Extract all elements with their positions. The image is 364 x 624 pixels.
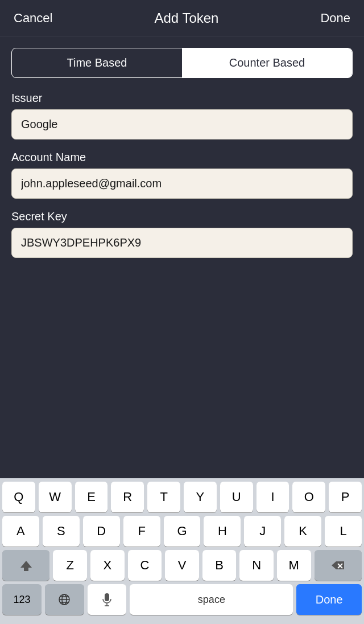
- key-r[interactable]: R: [111, 482, 144, 512]
- key-f[interactable]: F: [123, 516, 160, 547]
- key-d[interactable]: D: [83, 516, 120, 547]
- key-v[interactable]: V: [165, 550, 199, 581]
- counter-based-segment[interactable]: Counter Based: [182, 48, 352, 77]
- keyboard-done-button[interactable]: Done: [296, 584, 362, 615]
- done-nav-button[interactable]: Done: [318, 6, 353, 30]
- key-w[interactable]: W: [39, 482, 72, 512]
- navigation-bar: Cancel Add Token Done: [0, 0, 364, 36]
- cancel-button[interactable]: Cancel: [11, 6, 55, 30]
- key-z[interactable]: Z: [53, 550, 87, 581]
- account-name-input[interactable]: [11, 169, 353, 199]
- key-k[interactable]: K: [284, 516, 321, 547]
- svg-rect-8: [105, 593, 109, 601]
- page-title: Add Token: [154, 10, 218, 26]
- key-q[interactable]: Q: [2, 482, 35, 512]
- key-n[interactable]: N: [239, 550, 274, 581]
- key-g[interactable]: G: [164, 516, 201, 547]
- key-j[interactable]: J: [244, 516, 281, 547]
- key-c[interactable]: C: [128, 550, 162, 581]
- keyboard-row-1: Q W E R T Y U I O P: [0, 478, 364, 512]
- secret-key-label: Secret Key: [11, 210, 353, 223]
- issuer-input[interactable]: [11, 109, 353, 139]
- keyboard: Q W E R T Y U I O P A S D F G H J K L Z …: [0, 478, 364, 624]
- space-key[interactable]: space: [130, 584, 293, 615]
- key-p[interactable]: P: [329, 482, 362, 512]
- key-e[interactable]: E: [75, 482, 108, 512]
- keyboard-bottom-row: 123 space Done: [0, 581, 364, 621]
- token-type-segmented-control: Time Based Counter Based: [11, 48, 353, 78]
- key-s[interactable]: S: [43, 516, 80, 547]
- key-a[interactable]: A: [2, 516, 39, 547]
- numbers-key[interactable]: 123: [2, 584, 42, 615]
- svg-marker-0: [20, 561, 32, 571]
- key-l[interactable]: L: [325, 516, 362, 547]
- form-area: Time Based Counter Based Issuer Account …: [0, 36, 364, 269]
- key-x[interactable]: X: [90, 550, 125, 581]
- keyboard-row-2: A S D F G H J K L: [0, 512, 364, 547]
- key-i[interactable]: I: [257, 482, 289, 512]
- microphone-key[interactable]: [88, 584, 127, 615]
- key-b[interactable]: B: [202, 550, 237, 581]
- shift-key[interactable]: [2, 550, 49, 581]
- key-y[interactable]: Y: [184, 482, 217, 512]
- secret-key-input[interactable]: [11, 228, 353, 258]
- issuer-label: Issuer: [11, 92, 353, 105]
- key-t[interactable]: T: [147, 482, 180, 512]
- globe-key[interactable]: [45, 584, 84, 615]
- time-based-segment[interactable]: Time Based: [12, 48, 182, 77]
- keyboard-row-3: Z X C V B N M: [0, 547, 364, 581]
- key-m[interactable]: M: [277, 550, 311, 581]
- key-h[interactable]: H: [204, 516, 241, 547]
- key-u[interactable]: U: [220, 482, 253, 512]
- account-name-label: Account Name: [11, 151, 353, 164]
- key-o[interactable]: O: [292, 482, 325, 512]
- backspace-key[interactable]: [315, 550, 362, 581]
